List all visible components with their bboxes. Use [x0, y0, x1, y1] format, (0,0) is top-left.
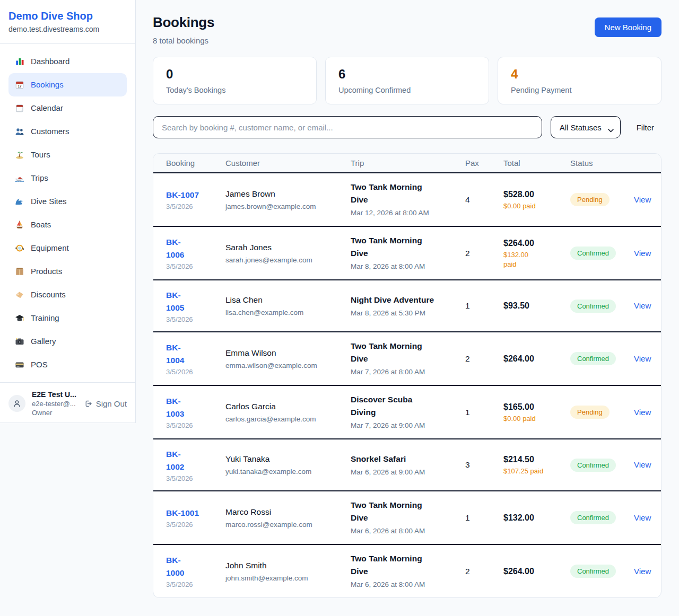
sidebar-item-training[interactable]: Training	[8, 306, 127, 330]
trip-name: Night Dive Adventure	[351, 294, 465, 306]
booking-id-link[interactable]: BK- 1002	[166, 448, 225, 473]
sidebar-item-gallery[interactable]: Gallery	[8, 330, 127, 353]
table-row: BK- 10043/5/2026 Emma Wilsonemma.wilson@…	[153, 332, 661, 386]
calendar-icon: 17	[15, 80, 24, 90]
trip-name: Snorkel Safari	[351, 453, 465, 465]
pax-count: 4	[465, 195, 503, 205]
sidebar-item-tours[interactable]: Tours	[8, 143, 127, 166]
speedboat-icon	[15, 173, 24, 183]
view-link[interactable]: View	[634, 249, 651, 258]
booking-id-link[interactable]: BK- 1004	[166, 341, 225, 367]
sidebar-item-label: Dive Sites	[31, 195, 67, 208]
tear-off-calendar-icon	[15, 103, 24, 113]
stats-row: 0 Today's Bookings 6 Upcoming Confirmed …	[153, 57, 661, 104]
dive-mask-icon	[15, 243, 24, 253]
status-badge: Confirmed	[570, 565, 616, 578]
customer-name: Carlos Garcia	[225, 400, 351, 413]
package-icon	[15, 267, 24, 276]
sidebar-item-customers[interactable]: Customers	[8, 120, 127, 143]
table-row: BK- 10053/5/2026 Lisa Chenlisa.chen@exam…	[153, 280, 661, 332]
pax-count: 2	[465, 567, 503, 576]
status-filter-select[interactable]: All Statuses	[551, 116, 621, 138]
trip-date: Mar 6, 2026 at 9:00 AM	[351, 467, 465, 478]
search-input[interactable]	[153, 116, 542, 138]
sidebar-item-calendar[interactable]: Calendar	[8, 96, 127, 120]
sign-out-button[interactable]: Sign Out	[84, 399, 127, 408]
person-icon	[12, 399, 22, 408]
booking-date: 3/5/2026	[166, 368, 225, 376]
status-badge: Pending	[570, 193, 610, 206]
sidebar-item-trips[interactable]: Trips	[8, 166, 127, 190]
tag-icon	[15, 290, 24, 300]
booking-id-link[interactable]: BK- 1003	[166, 395, 225, 420]
booking-id-link[interactable]: BK- 1000	[166, 554, 225, 579]
trip-name: Two Tank Morning Dive	[351, 499, 465, 524]
user-role: Owner	[32, 408, 77, 417]
col-header-pax: Pax	[465, 154, 503, 172]
view-link[interactable]: View	[634, 513, 651, 522]
camera-icon	[15, 337, 24, 346]
user-info: E2E Test U... e2e-tester@... Owner	[32, 390, 77, 417]
paid-amount: $0.00 paid	[503, 201, 570, 211]
bar-chart-icon	[15, 57, 24, 66]
sidebar-nav: Dashboard 17 Bookings Calendar Customers…	[0, 44, 135, 382]
sidebar-item-discounts[interactable]: Discounts	[8, 283, 127, 306]
col-header-total: Total	[503, 154, 570, 172]
page-title: Bookings	[153, 14, 214, 31]
total-amount: $264.00	[503, 566, 570, 577]
total-amount: $214.50	[503, 454, 570, 465]
sidebar-item-dive-sites[interactable]: Dive Sites	[8, 190, 127, 213]
customer-email: yuki.tanaka@example.com	[225, 467, 351, 477]
view-link[interactable]: View	[634, 567, 651, 576]
paid-amount: $132.00 paid	[503, 250, 570, 269]
graduation-cap-icon	[15, 313, 24, 323]
booking-id-link[interactable]: BK- 1006	[166, 236, 225, 261]
sidebar-item-equipment[interactable]: Equipment	[8, 236, 127, 260]
view-link[interactable]: View	[634, 460, 651, 469]
stat-value: 6	[338, 66, 476, 82]
col-header-status: Status	[570, 154, 634, 172]
customer-name: Sarah Jones	[225, 241, 351, 254]
trip-name: Two Tank Morning Dive	[351, 234, 465, 260]
stat-card-todays-bookings: 0 Today's Bookings	[153, 57, 317, 104]
avatar	[8, 395, 25, 412]
status-badge: Confirmed	[570, 247, 616, 260]
table-row: BK- 10033/5/2026 Carlos Garciacarlos.gar…	[153, 386, 661, 439]
filter-button[interactable]: Filter	[629, 123, 661, 132]
sidebar-item-label: Trips	[31, 172, 48, 184]
paid-amount: $0.00 paid	[503, 414, 570, 424]
view-link[interactable]: View	[634, 301, 651, 310]
booking-id-link[interactable]: BK- 1005	[166, 289, 225, 314]
booking-id-link[interactable]: BK-1007	[166, 189, 225, 201]
sidebar-item-pos[interactable]: POS	[8, 353, 127, 376]
trip-date: Mar 6, 2026 at 8:00 AM	[351, 579, 465, 590]
new-booking-button[interactable]: New Booking	[595, 17, 661, 37]
stat-label: Pending Payment	[511, 86, 648, 94]
brand-name: Demo Dive Shop	[8, 9, 127, 23]
customer-email: john.smith@example.com	[225, 573, 351, 584]
trip-date: Mar 7, 2026 at 8:00 AM	[351, 367, 465, 377]
sidebar-item-boats[interactable]: Boats	[8, 213, 127, 236]
trip-date: Mar 8, 2026 at 8:00 AM	[351, 261, 465, 272]
pax-count: 2	[465, 249, 503, 258]
booking-date: 3/5/2026	[166, 580, 225, 588]
sidebar-item-label: Dashboard	[31, 55, 69, 68]
booking-id-link[interactable]: BK-1001	[166, 507, 225, 520]
booking-date: 3/5/2026	[166, 262, 225, 270]
pax-count: 1	[465, 301, 503, 311]
view-link[interactable]: View	[634, 195, 651, 204]
sidebar-item-dashboard[interactable]: Dashboard	[8, 50, 127, 73]
total-amount: $528.00	[503, 189, 570, 200]
total-amount: $264.00	[503, 353, 570, 365]
user-box: E2E Test U... e2e-tester@... Owner Sign …	[0, 382, 135, 424]
sidebar-item-label: POS	[31, 358, 48, 371]
view-link[interactable]: View	[634, 354, 651, 363]
customer-email: sarah.jones@example.com	[225, 255, 351, 266]
customer-email: marco.rossi@example.com	[225, 520, 351, 530]
sidebar-item-label: Boats	[31, 218, 51, 231]
credit-card-icon	[15, 360, 24, 369]
sidebar-item-products[interactable]: Products	[8, 260, 127, 283]
sidebar-item-bookings[interactable]: 17 Bookings	[8, 73, 127, 96]
sailboat-icon	[15, 220, 24, 230]
view-link[interactable]: View	[634, 408, 651, 417]
